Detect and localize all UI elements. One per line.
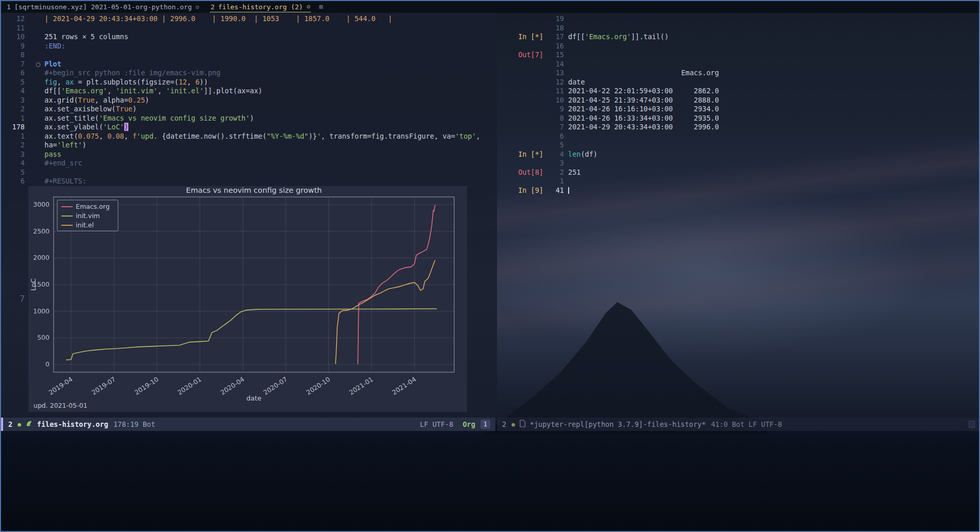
buffer-line[interactable]: 3 ax.grid(True, alpha=0.25)	[1, 96, 497, 105]
buffer-line[interactable]: 6 #+RESULTS:	[1, 177, 497, 186]
major-mode[interactable]: Org	[462, 420, 475, 428]
buffer-name[interactable]: files-history.org	[37, 420, 108, 428]
code-segment: 6	[195, 78, 200, 86]
line-number: 3	[1, 150, 27, 159]
repl-line[interactable]: Out[8]2251	[497, 168, 979, 177]
svg-text:2500: 2500	[33, 227, 49, 235]
eol-indicator[interactable]: LF	[749, 420, 757, 428]
line-number: 1	[549, 177, 564, 186]
line-content	[564, 42, 568, 51]
repl-line[interactable]: 5	[497, 141, 979, 150]
buffer-line[interactable]: 9 :END:	[1, 42, 497, 51]
encoding-indicator[interactable]: UTF-8	[761, 420, 782, 428]
repl-margin	[497, 159, 549, 168]
cursor-position: 41:0	[711, 420, 728, 428]
echo-area[interactable]	[1, 431, 979, 531]
repl-line[interactable]: 18	[497, 24, 979, 33]
buffer-line[interactable]: 6 #+begin_src python :file img/emacs-vim…	[1, 69, 497, 78]
buffer-line[interactable]: 1 ax.set_title('Emacs vs neovim config s…	[1, 114, 497, 123]
code-segment: 'LoC'	[103, 123, 124, 131]
repl-line[interactable]: 1	[497, 177, 979, 186]
org-buffer-window[interactable]: 12 | 2021-04-29 20:43:34+03:00 | 2996.0 …	[1, 13, 497, 418]
code-segment: )	[132, 105, 137, 113]
repl-margin	[497, 14, 549, 24]
code-segment: | 2021-04-29 20:43:34+03:00 | 2996.0 | 1…	[36, 14, 392, 23]
repl-line[interactable]: 82021-04-26 16:33:34+03:00 2935.0	[497, 114, 979, 123]
buffer-line[interactable]: 1 ax.text(0.075, 0.08, f'upd. {datetime.…	[1, 132, 497, 141]
code-segment: fig	[44, 78, 57, 86]
results-plot-image[interactable]: 0500100015002000250030002019-042019-0720…	[28, 186, 467, 412]
svg-text:init.el: init.el	[76, 221, 94, 229]
buffer-name[interactable]: *jupyter-repl[python 3.7.9]-files-histor…	[530, 420, 706, 428]
repl-margin	[497, 24, 549, 33]
buffer-line[interactable]: 178 ax.set_ylabel('LoC')	[1, 123, 497, 132]
line-number: 12	[549, 78, 564, 87]
line-number: 41	[549, 186, 564, 195]
code-segment: 2021-04-22 22:01:59+03:00 2862.0	[568, 87, 719, 95]
line-number: 5	[549, 141, 564, 150]
repl-line[interactable]: 16	[497, 42, 979, 51]
line-number: 7	[1, 60, 27, 69]
line-number: 15	[549, 51, 564, 60]
repl-line[interactable]: In [*]4len(df)	[497, 150, 979, 159]
cursor-position: 178:19	[113, 420, 139, 428]
buffer-line[interactable]: 5 fig, ax = plt.subplots(figsize=(12, 6)…	[1, 78, 497, 87]
code-segment: 'Emacs vs neovim config size growth'	[99, 114, 250, 122]
code-segment: 'init.vim'	[115, 87, 157, 95]
tab-close-icon[interactable]: ⊘	[195, 4, 199, 11]
buffer-line[interactable]: 3 pass	[1, 150, 497, 159]
code-segment: Emacs.org	[568, 69, 719, 77]
svg-text:Emacs vs neovim config size gr: Emacs vs neovim config size growth	[186, 186, 322, 194]
repl-line[interactable]: In [*]17df[['Emacs.org']].tail()	[497, 32, 979, 42]
eol-indicator[interactable]: LF	[420, 420, 428, 428]
code-segment: 2021-04-25 21:39:47+03:00 2888.0	[568, 96, 719, 104]
code-segment: {datetime.now().strftime(	[162, 132, 267, 140]
repl-margin	[497, 78, 549, 87]
buffer-line[interactable]: 2 ha='left')	[1, 141, 497, 150]
buffer-line[interactable]: 10 251 rows × 5 columns	[1, 32, 497, 42]
line-number: 2	[1, 141, 27, 150]
code-segment: ]].tail()	[631, 32, 669, 41]
tab-files-history[interactable]: 2 files-history.org (2) ⊘	[205, 1, 315, 13]
svg-text:upd. 2021-05-01: upd. 2021-05-01	[34, 402, 87, 409]
buffer-line[interactable]: 8	[1, 51, 497, 60]
buffer-line[interactable]: 11	[1, 24, 497, 33]
buffer-line[interactable]: 7○ Plot	[1, 60, 497, 69]
repl-line[interactable]: 102021-04-25 21:39:47+03:00 2888.0	[497, 96, 979, 105]
buffer-line[interactable]: 2 ax.set_axisbelow(True)	[1, 105, 497, 114]
repl-line[interactable]: 72021-04-29 20:43:34+03:00 2996.0	[497, 123, 979, 132]
code-segment: True	[115, 105, 132, 113]
tab-org-python[interactable]: 1 [sqrtminusone.xyz] 2021-05-01-org-pyth…	[1, 1, 205, 13]
tab-label: files-history.org (2)	[218, 3, 303, 11]
repl-line[interactable]: 3	[497, 159, 979, 168]
repl-margin	[497, 114, 549, 123]
repl-line[interactable]: 13 Emacs.org	[497, 69, 979, 78]
repl-line[interactable]: 19	[497, 14, 979, 24]
code-segment: #+begin_src python :file img/emacs-vim.p…	[36, 69, 221, 77]
line-number: 17	[549, 32, 564, 42]
new-tab-button[interactable]: ⊞	[316, 3, 326, 11]
repl-line[interactable]: 92021-04-26 16:16:10+03:00 2934.0	[497, 105, 979, 114]
repl-line[interactable]: 112021-04-22 22:01:59+03:00 2862.0	[497, 87, 979, 96]
buffer-line[interactable]: 12 | 2021-04-29 20:43:34+03:00 | 2996.0 …	[1, 14, 497, 24]
buffer-line[interactable]: 4 #+end_src	[1, 159, 497, 168]
tab-close-icon[interactable]: ⊘	[307, 3, 310, 10]
code-segment: , transform=fig.transFigure, va=	[321, 132, 455, 140]
line-content: date	[564, 78, 585, 87]
line-content: 251 rows × 5 columns	[27, 32, 128, 42]
line-content	[27, 168, 36, 177]
org-mode-icon	[25, 420, 33, 429]
repl-line[interactable]: 6	[497, 132, 979, 141]
repl-line[interactable]: 12date	[497, 78, 979, 87]
line-content: Emacs.org	[564, 69, 719, 78]
repl-line[interactable]: 14	[497, 60, 979, 69]
repl-line[interactable]: Out[7]15	[497, 51, 979, 60]
repl-margin	[497, 177, 549, 186]
jupyter-repl-window[interactable]: 1918In [*]17df[['Emacs.org']].tail()16Ou…	[497, 13, 979, 418]
buffer-line[interactable]: 5	[1, 168, 497, 177]
encoding-indicator[interactable]: UTF-8	[433, 420, 454, 428]
repl-line[interactable]: In [9]41	[497, 186, 979, 195]
buffer-line[interactable]: 4 df[['Emacs.org', 'init.vim', 'init.el'…	[1, 87, 497, 96]
line-number: 10	[549, 96, 564, 105]
modeline-end-box	[969, 421, 975, 428]
